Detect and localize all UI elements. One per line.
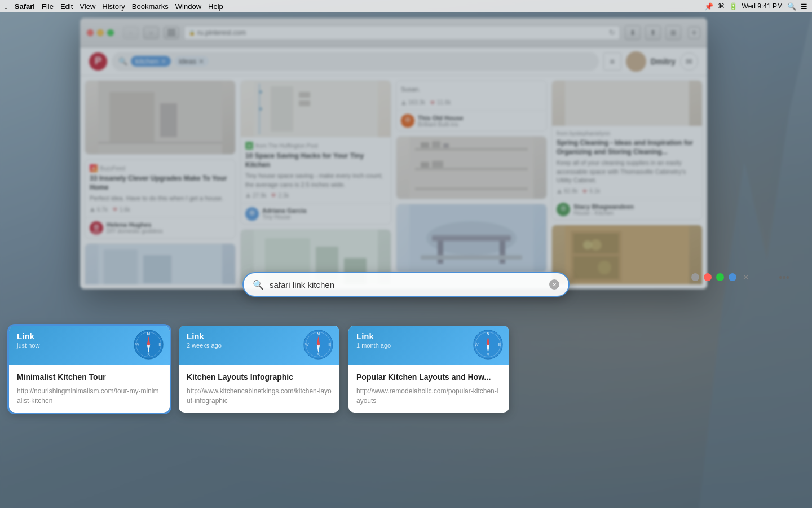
- spotlight-clear-button[interactable]: ✕: [549, 279, 559, 290]
- menubar-view[interactable]: View: [80, 2, 95, 11]
- link-card-3[interactable]: Link 1 month ago N S E W Popular Kitchen…: [348, 326, 509, 413]
- wifi-icon: ⌘: [718, 2, 725, 10]
- svg-text:S: S: [317, 352, 320, 357]
- svg-text:N: N: [147, 331, 150, 336]
- menubar-edit[interactable]: Edit: [60, 2, 73, 11]
- spotlight-search-input[interactable]: [270, 280, 544, 290]
- spotlight-overlay: ✕ ••• 🔍 ✕ Link just now: [0, 12, 812, 508]
- spotlight-window-controls: ✕: [691, 272, 751, 282]
- safari-compass-icon-1: N S E W: [133, 329, 164, 360]
- menubar-bookmarks[interactable]: Bookmarks: [132, 2, 169, 11]
- battery-icon: 🔋: [729, 2, 738, 10]
- clock: Wed 9:41 PM: [742, 2, 783, 10]
- link-card-3-time: 1 month ago: [356, 342, 391, 349]
- spotlight-search-container: 🔍 ✕: [242, 272, 570, 297]
- menubar-file[interactable]: File: [42, 2, 54, 11]
- link-card-2-url: http://www.kitchencabinetkings.com/kitch…: [187, 387, 332, 406]
- link-card-2-label: Link: [187, 331, 222, 341]
- safari-compass-icon-3: N S E W: [473, 329, 504, 360]
- link-card-1-header: Link just now N S E W: [9, 326, 170, 365]
- svg-text:N: N: [317, 331, 320, 336]
- svg-text:E: E: [328, 342, 331, 347]
- spotlight-wc-gray: [691, 273, 699, 281]
- link-card-1-label: Link: [17, 331, 39, 341]
- svg-text:E: E: [158, 342, 161, 347]
- link-card-1-title: Minimalist Kitchen Tour: [17, 372, 162, 382]
- link-card-2-title: Kitchen Layouts Infographic: [187, 372, 332, 382]
- link-card-1-body: Minimalist Kitchen Tour http://nourishin…: [9, 365, 170, 413]
- search-menubar-icon[interactable]: 🔍: [787, 2, 796, 11]
- svg-text:W: W: [305, 342, 309, 347]
- link-card-1-time: just now: [17, 342, 39, 349]
- link-card-2-header: Link 2 weeks ago N S E W: [179, 326, 339, 365]
- menubar-history[interactable]: History: [102, 2, 125, 11]
- link-card-2-time: 2 weeks ago: [187, 342, 222, 349]
- link-card-3-body: Popular Kitchen Layouts and How... http:…: [348, 365, 509, 413]
- spotlight-search-bar[interactable]: 🔍 ✕: [242, 272, 570, 297]
- spotlight-wc-green[interactable]: [716, 273, 724, 281]
- svg-text:S: S: [487, 352, 489, 357]
- link-cards-container: Link just now N S E W Mini: [9, 326, 812, 413]
- menubar-help[interactable]: Help: [208, 2, 223, 11]
- link-card-2-body: Kitchen Layouts Infographic http://www.k…: [179, 365, 339, 413]
- link-card-3-header: Link 1 month ago N S E W: [348, 326, 509, 365]
- menubar-safari[interactable]: Safari: [15, 2, 35, 11]
- pin-icon: 📌: [704, 2, 713, 11]
- svg-text:S: S: [147, 352, 150, 357]
- safari-compass-icon-2: N S E W: [303, 329, 334, 360]
- svg-text:E: E: [498, 342, 501, 347]
- menubar-window[interactable]: Window: [175, 2, 201, 11]
- link-card-1[interactable]: Link just now N S E W Mini: [9, 326, 170, 413]
- link-card-3-title: Popular Kitchen Layouts and How...: [356, 372, 501, 382]
- link-card-3-label: Link: [356, 331, 391, 341]
- spotlight-close-button[interactable]: ✕: [741, 272, 751, 282]
- svg-text:W: W: [475, 342, 479, 347]
- link-card-2[interactable]: Link 2 weeks ago N S E W Kitchen Layouts…: [179, 326, 339, 413]
- apple-menu[interactable]: : [5, 1, 8, 11]
- spotlight-search-icon: 🔍: [253, 279, 264, 290]
- spotlight-wc-red[interactable]: [704, 273, 712, 281]
- svg-text:N: N: [487, 331, 489, 336]
- menubar:  Safari File Edit View History Bookmark…: [0, 0, 812, 12]
- svg-text:W: W: [135, 342, 139, 347]
- spotlight-wc-blue[interactable]: [729, 273, 736, 281]
- menu-icon[interactable]: ☰: [801, 2, 807, 11]
- link-card-3-url: http://www.remodelaholic.com/popular-kit…: [356, 387, 501, 406]
- spotlight-dots-menu[interactable]: •••: [779, 272, 789, 284]
- link-card-1-url: http://nourishingminimalism.com/tour-my-…: [17, 387, 162, 406]
